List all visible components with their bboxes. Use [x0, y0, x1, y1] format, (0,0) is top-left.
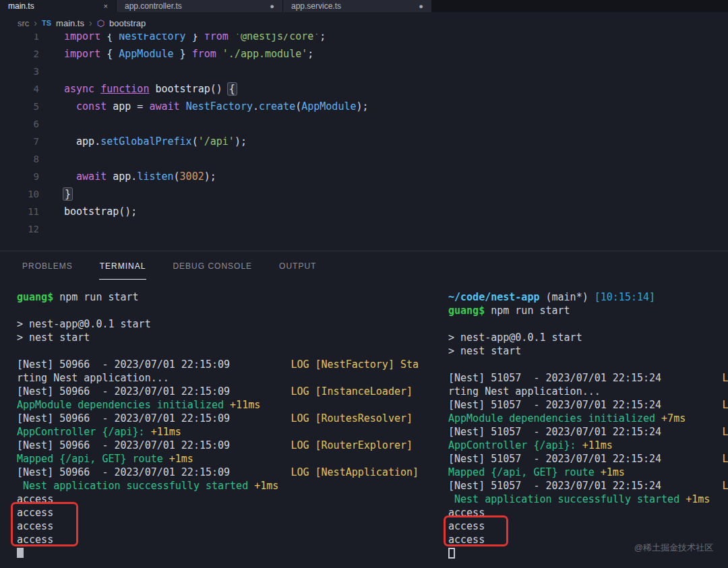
annotation-box-right [444, 515, 508, 546]
tab-label: app.service.ts [291, 1, 341, 11]
line-number: 6 [0, 115, 39, 133]
terminal-line: access [17, 519, 431, 533]
line-number: 12 [0, 220, 39, 238]
code-text: const app = await NestFactory.create(App… [64, 98, 369, 115]
code-line[interactable]: 5 const app = await NestFactory.create(A… [0, 98, 728, 115]
close-icon[interactable]: × [104, 2, 108, 10]
terminal-line: [Nest] 51057 - 2023/07/01 22:15:24 LOG [… [448, 479, 728, 493]
breadcrumb-item[interactable]: bootstrap [109, 18, 146, 28]
code-text: await app.listen(3002); [64, 168, 216, 185]
terminal-line: Mapped {/api, GET} route +1ms [448, 466, 728, 479]
code-line[interactable]: 10} [0, 185, 728, 203]
terminal-line: [Nest] 50966 - 2023/07/01 22:15:09 LOG [… [17, 412, 431, 425]
terminal-line: access [17, 506, 431, 519]
code-text: app.setGlobalPrefix('/api'); [64, 133, 247, 150]
code-line[interactable]: 3 [0, 63, 728, 80]
terminal-line: AppModule dependencies initialized +7ms [448, 412, 728, 425]
code-line[interactable]: 7 app.setGlobalPrefix('/api'); [0, 133, 728, 150]
code-text: bootstrap(); [64, 203, 137, 220]
terminal-line: AppController {/api}: +11ms [448, 439, 728, 452]
editor-tab-app.controller.ts[interactable]: app.controller.ts● [117, 0, 282, 12]
code-line[interactable]: 11bootstrap(); [0, 203, 728, 220]
annotation-box-left [11, 502, 78, 546]
code-text: import { AppModule } from './app.module'… [64, 45, 313, 63]
terminal-line: Nest application successfully started +1… [17, 479, 431, 493]
line-number: 2 [0, 45, 39, 63]
code-text: import { NestFactory } from '@nestjs/cor… [64, 34, 326, 45]
terminal-line [448, 358, 728, 371]
editor-tab-app.service.ts[interactable]: app.service.ts● [283, 0, 431, 12]
line-number: 11 [0, 203, 39, 220]
breadcrumb-item[interactable]: src [18, 18, 29, 28]
terminal-line: [Nest] 50966 - 2023/07/01 22:15:09 LOG [… [17, 358, 431, 371]
terminal-line: > nest-app@0.0.1 start [448, 331, 728, 344]
code-line[interactable]: 2import { AppModule } from './app.module… [0, 45, 728, 63]
terminal-line: rting Nest application... [448, 385, 728, 398]
terminal-line: AppModule dependencies initialized +11ms [17, 398, 431, 412]
line-number: 3 [0, 63, 39, 80]
terminal-line: guang$ npm run start [448, 304, 728, 317]
bottom-panel: PROBLEMSTERMINALDEBUG CONSOLEOUTPUT guan… [0, 251, 728, 568]
terminal-line [448, 317, 728, 331]
terminal-line: ~/code/nest-app (main*) [10:15:14] [448, 290, 728, 304]
chevron-right-icon: › [34, 18, 37, 28]
terminal-line: [Nest] 51057 - 2023/07/01 22:15:24 LOG [… [448, 452, 728, 466]
code-line[interactable]: 6 [0, 115, 728, 133]
tab-label: app.controller.ts [125, 1, 182, 11]
line-number: 4 [0, 80, 39, 98]
code-line[interactable]: 1import { NestFactory } from '@nestjs/co… [0, 34, 728, 45]
terminal-line: [Nest] 50966 - 2023/07/01 22:15:09 LOG [… [17, 439, 431, 452]
code-line[interactable]: 4async function bootstrap() { [0, 80, 728, 98]
tab-label: main.ts [8, 1, 34, 11]
code-line[interactable]: 9 await app.listen(3002); [0, 168, 728, 185]
terminal-cursor-hollow [448, 548, 455, 559]
breadcrumb-item[interactable]: main.ts [56, 18, 84, 28]
terminal-line: > nest-app@0.0.1 start [17, 317, 431, 331]
terminal-area[interactable]: guang$ npm run start> nest-app@0.0.1 sta… [0, 281, 728, 560]
terminal-line: [Nest] 50966 - 2023/07/01 22:15:09 LOG [… [17, 385, 431, 398]
editor-tab-main.ts[interactable]: main.ts× [0, 0, 116, 12]
symbol-icon: ⬡ [97, 18, 104, 28]
terminal-line: Mapped {/api, GET} route +1ms [17, 452, 431, 466]
line-number: 10 [0, 185, 39, 203]
typescript-icon: TS [42, 19, 51, 27]
chevron-right-icon: › [89, 18, 92, 28]
editor-code[interactable]: 1import { NestFactory } from '@nestjs/co… [0, 34, 728, 251]
breadcrumb: src›TSmain.ts›⬡bootstrap [0, 12, 728, 34]
code-line[interactable]: 8 [0, 150, 728, 168]
line-number: 7 [0, 133, 39, 150]
panel-tab-output[interactable]: OUTPUT [278, 253, 317, 279]
terminal-line [17, 546, 431, 560]
terminal-line: [Nest] 51057 - 2023/07/01 22:15:24 LOG [… [448, 371, 728, 385]
code-text: } [64, 185, 71, 203]
tab-bar: main.ts×app.controller.ts●app.service.ts… [0, 0, 728, 12]
terminal-line: Nest application successfully started +1… [448, 493, 728, 506]
terminal-line: rting Nest application... [17, 371, 431, 385]
terminal-line [17, 344, 431, 358]
terminal-line [17, 304, 431, 317]
terminal-line: access [17, 493, 431, 506]
code-line[interactable]: 12 [0, 220, 728, 238]
panel-tabs: PROBLEMSTERMINALDEBUG CONSOLEOUTPUT [0, 251, 728, 281]
panel-tab-problems[interactable]: PROBLEMS [22, 253, 73, 279]
watermark: @稀土掘金技术社区 [634, 542, 713, 554]
line-number: 1 [0, 34, 39, 45]
code-text: async function bootstrap() { [64, 80, 236, 98]
line-number: 9 [0, 168, 39, 185]
modified-dot-icon[interactable]: ● [419, 2, 423, 10]
modified-dot-icon[interactable]: ● [270, 2, 274, 10]
panel-tab-terminal[interactable]: TERMINAL [99, 253, 147, 280]
terminal-left[interactable]: guang$ npm run start> nest-app@0.0.1 sta… [17, 290, 431, 560]
terminal-line: guang$ npm run start [17, 290, 431, 304]
terminal-line: AppController {/api}: +11ms [17, 425, 431, 439]
line-number: 8 [0, 150, 39, 168]
terminal-line: access [17, 533, 431, 546]
terminal-line: [Nest] 51057 - 2023/07/01 22:15:24 LOG [… [448, 425, 728, 439]
line-number: 5 [0, 98, 39, 115]
terminal-line: [Nest] 50966 - 2023/07/01 22:15:09 LOG [… [17, 466, 431, 479]
terminal-line: > nest start [17, 331, 431, 344]
panel-tab-debug-console[interactable]: DEBUG CONSOLE [172, 253, 253, 279]
terminal-line: > nest start [448, 344, 728, 358]
terminal-cursor-solid [17, 548, 24, 558]
terminal-line: [Nest] 51057 - 2023/07/01 22:15:24 LOG [… [448, 398, 728, 412]
